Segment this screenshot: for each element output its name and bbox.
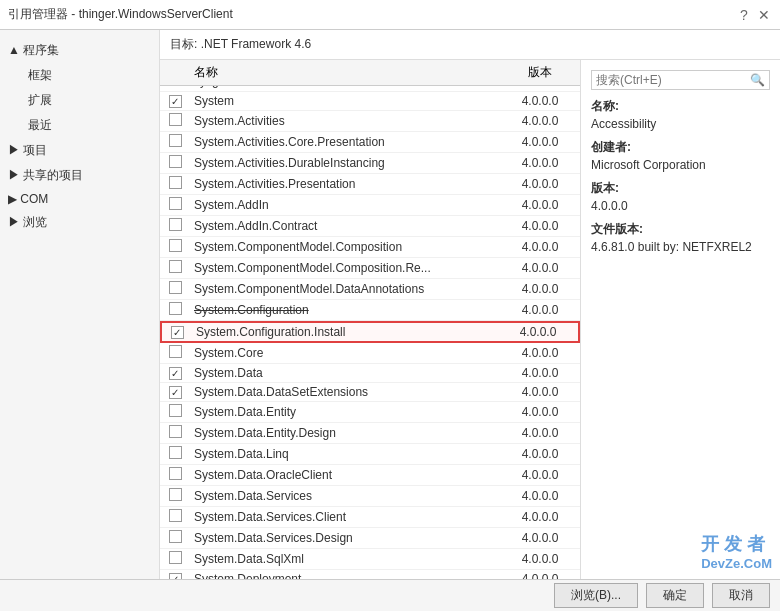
- table-scroll[interactable]: ReachFramework4.0.0.0sysglobl4.0.0.0Syst…: [160, 86, 580, 579]
- titlebar: 引用管理器 - thinger.WindowsServerClient ? ✕: [0, 0, 780, 30]
- sidebar-item-framework[interactable]: 框架: [0, 63, 159, 88]
- ok-button[interactable]: 确定: [646, 583, 704, 608]
- row-checkbox[interactable]: [160, 281, 190, 297]
- version-label: 版本:: [591, 180, 770, 197]
- sidebar-item-shared[interactable]: ▶ 共享的项目: [0, 163, 159, 188]
- table-row[interactable]: System.ComponentModel.DataAnnotations4.0…: [160, 279, 580, 300]
- row-checkbox[interactable]: [160, 134, 190, 150]
- table-row[interactable]: System.Data.Services.Design4.0.0.0: [160, 528, 580, 549]
- sidebar-item-com[interactable]: ▶ COM: [0, 188, 159, 210]
- table-row[interactable]: System.Activities.Core.Presentation4.0.0…: [160, 132, 580, 153]
- row-checkbox[interactable]: [160, 425, 190, 441]
- row-checkbox[interactable]: [160, 260, 190, 276]
- row-name: System.Data.Services.Design: [190, 531, 500, 545]
- target-label: 目标: .NET Framework 4.6: [170, 37, 311, 51]
- row-checkbox[interactable]: [162, 325, 192, 339]
- row-checkbox[interactable]: [160, 94, 190, 108]
- row-name: sysglobl: [190, 86, 500, 88]
- row-name: System.Core: [190, 346, 500, 360]
- row-checkbox[interactable]: [160, 218, 190, 234]
- table-row[interactable]: System.ComponentModel.Composition4.0.0.0: [160, 237, 580, 258]
- row-checkbox[interactable]: [160, 197, 190, 213]
- file-version-label: 文件版本:: [591, 221, 770, 238]
- sidebar-item-assemblies[interactable]: ▲ 程序集: [0, 38, 159, 63]
- sidebar-item-recent[interactable]: 最近: [0, 113, 159, 138]
- cancel-button[interactable]: 取消: [712, 583, 770, 608]
- sidebar-item-projects[interactable]: ▶ 项目: [0, 138, 159, 163]
- table-row[interactable]: System.Configuration4.0.0.0: [160, 300, 580, 321]
- row-checkbox[interactable]: [160, 345, 190, 361]
- row-name: System.ComponentModel.Composition.Re...: [190, 261, 500, 275]
- row-checkbox[interactable]: [160, 467, 190, 483]
- row-version: 4.0.0.0: [500, 261, 580, 275]
- row-version: 4.0.0.0: [500, 346, 580, 360]
- row-checkbox[interactable]: [160, 366, 190, 380]
- creator-value: Microsoft Corporation: [591, 158, 770, 172]
- row-checkbox[interactable]: [160, 404, 190, 420]
- table-row[interactable]: System.ComponentModel.Composition.Re...4…: [160, 258, 580, 279]
- row-version: 4.0.0.0: [500, 366, 580, 380]
- search-input[interactable]: [596, 73, 750, 87]
- table-row[interactable]: System.Data.Services.Client4.0.0.0: [160, 507, 580, 528]
- sidebar-item-browse[interactable]: ▶ 浏览: [0, 210, 159, 235]
- row-version: 4.0.0.0: [500, 468, 580, 482]
- search-box[interactable]: 🔍: [591, 70, 770, 90]
- close-button[interactable]: ✕: [756, 7, 772, 23]
- name-value: Accessibility: [591, 117, 770, 131]
- row-name: System.Data.SqlXml: [190, 552, 500, 566]
- row-checkbox[interactable]: [160, 86, 190, 89]
- table-row[interactable]: System.Deployment4.0.0.0: [160, 570, 580, 579]
- table-row[interactable]: System.Data.Services4.0.0.0: [160, 486, 580, 507]
- version-value: 4.0.0.0: [591, 199, 770, 213]
- search-icon: 🔍: [750, 73, 765, 87]
- table-row[interactable]: System.Activities.Presentation4.0.0.0: [160, 174, 580, 195]
- row-checkbox[interactable]: [160, 385, 190, 399]
- right-panel: 🔍 名称: Accessibility 创建者: Microsoft Corpo…: [580, 60, 780, 579]
- sidebar-item-extensions[interactable]: 扩展: [0, 88, 159, 113]
- row-name: System.Activities.DurableInstancing: [190, 156, 500, 170]
- row-name: System.Data.Services: [190, 489, 500, 503]
- main-container: ▲ 程序集框架扩展最近▶ 项目▶ 共享的项目▶ COM▶ 浏览 目标: .NET…: [0, 30, 780, 579]
- table-row[interactable]: System.Activities.DurableInstancing4.0.0…: [160, 153, 580, 174]
- row-version: 4.0.0.0: [498, 325, 578, 339]
- row-checkbox[interactable]: [160, 239, 190, 255]
- header-check-col: [160, 64, 190, 81]
- browse-button[interactable]: 浏览(B)...: [554, 583, 638, 608]
- table-row[interactable]: System.Data.Linq4.0.0.0: [160, 444, 580, 465]
- row-name: System.Data.Services.Client: [190, 510, 500, 524]
- table-row[interactable]: System.Data.OracleClient4.0.0.0: [160, 465, 580, 486]
- row-checkbox[interactable]: [160, 530, 190, 546]
- row-checkbox[interactable]: [160, 446, 190, 462]
- row-checkbox[interactable]: [160, 155, 190, 171]
- table-row[interactable]: System.Data.Entity.Design4.0.0.0: [160, 423, 580, 444]
- table-row[interactable]: System.Configuration.Install4.0.0.0: [160, 321, 580, 343]
- table-row[interactable]: System.Core4.0.0.0: [160, 343, 580, 364]
- table-row[interactable]: System.AddIn.Contract4.0.0.0: [160, 216, 580, 237]
- table-row[interactable]: System.Data4.0.0.0: [160, 364, 580, 383]
- row-version: 4.0.0.0: [500, 177, 580, 191]
- row-version: 4.0.0.0: [500, 94, 580, 108]
- row-version: 4.0.0.0: [500, 114, 580, 128]
- table-row[interactable]: System.Data.Entity4.0.0.0: [160, 402, 580, 423]
- table-row[interactable]: System.Activities4.0.0.0: [160, 111, 580, 132]
- table-row[interactable]: System4.0.0.0: [160, 92, 580, 111]
- row-version: 4.0.0.0: [500, 198, 580, 212]
- row-name: System.AddIn: [190, 198, 500, 212]
- row-checkbox[interactable]: [160, 113, 190, 129]
- row-checkbox[interactable]: [160, 302, 190, 318]
- table-row[interactable]: System.Data.SqlXml4.0.0.0: [160, 549, 580, 570]
- row-version: 4.0.0.0: [500, 86, 580, 88]
- row-name: System.ComponentModel.DataAnnotations: [190, 282, 500, 296]
- row-checkbox[interactable]: [160, 488, 190, 504]
- row-checkbox[interactable]: [160, 551, 190, 567]
- row-checkbox[interactable]: [160, 509, 190, 525]
- help-button[interactable]: ?: [736, 7, 752, 23]
- row-name: System.Data.Entity.Design: [190, 426, 500, 440]
- row-version: 4.0.0.0: [500, 552, 580, 566]
- table-row[interactable]: System.Data.DataSetExtensions4.0.0.0: [160, 383, 580, 402]
- row-version: 4.0.0.0: [500, 510, 580, 524]
- table-row[interactable]: System.AddIn4.0.0.0: [160, 195, 580, 216]
- row-checkbox[interactable]: [160, 572, 190, 579]
- titlebar-title: 引用管理器 - thinger.WindowsServerClient: [8, 6, 233, 23]
- row-checkbox[interactable]: [160, 176, 190, 192]
